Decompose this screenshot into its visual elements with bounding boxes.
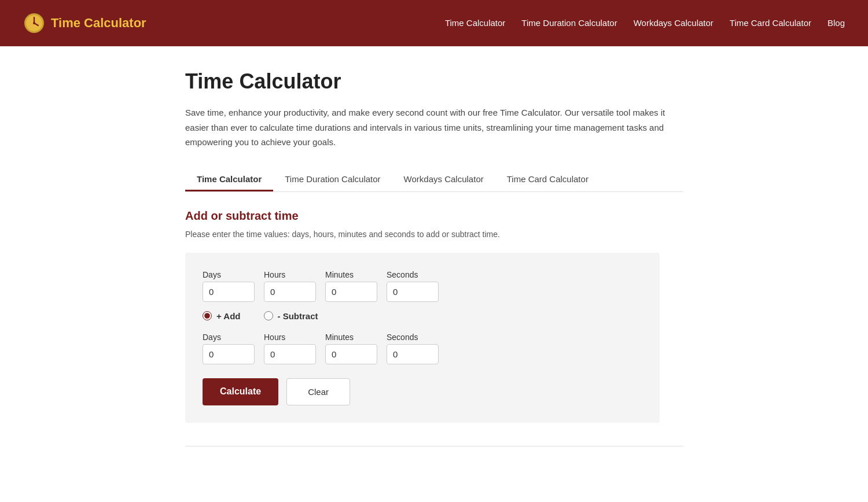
intro-text: Save time, enhance your productivity, an… [185,105,683,150]
tab-time-card-calculator[interactable]: Time Card Calculator [495,168,600,191]
calc-section-title: Add or subtract time [185,209,683,223]
field-minutes-1: Minutes [325,270,377,302]
page-title: Time Calculator [185,69,683,94]
seconds-label-1: Seconds [387,270,439,279]
hours-input-2[interactable] [264,344,316,364]
tab-duration-calculator[interactable]: Time Duration Calculator [273,168,392,191]
nav-link-duration-calculator[interactable]: Time Duration Calculator [521,18,617,28]
nav-links: Time Calculator Time Duration Calculator… [445,18,845,28]
nav-link-time-calculator[interactable]: Time Calculator [445,18,505,28]
operation-radio-row: + Add - Subtract [203,311,642,321]
calc-instruction: Please enter the time values: days, hour… [185,230,683,239]
seconds-label-2: Seconds [387,333,439,342]
calculate-button[interactable]: Calculate [203,378,278,405]
field-hours-2: Hours [264,333,316,364]
hours-label-1: Hours [264,270,316,279]
field-seconds-2: Seconds [387,333,439,364]
minutes-input-2[interactable] [325,344,377,364]
subtract-label: - Subtract [278,311,318,321]
add-label: + Add [216,311,241,321]
input-row-2: Days Hours Minutes Seconds [203,333,642,364]
logo[interactable]: Time Calculator [23,12,146,34]
nav-link-blog[interactable]: Blog [827,18,845,28]
tab-time-calculator[interactable]: Time Calculator [185,168,273,191]
days-input-1[interactable] [203,282,255,302]
hours-input-1[interactable] [264,282,316,302]
nav-link-workdays-calculator[interactable]: Workdays Calculator [634,18,713,28]
navigation: Time Calculator Time Calculator Time Dur… [0,0,868,46]
field-hours-1: Hours [264,270,316,302]
field-minutes-2: Minutes [325,333,377,364]
seconds-input-2[interactable] [387,344,439,364]
add-radio-label[interactable]: + Add [203,311,241,321]
bottom-divider [185,446,683,446]
subtract-radio-label[interactable]: - Subtract [264,311,318,321]
button-row: Calculate Clear [203,378,642,405]
logo-text: Time Calculator [51,16,146,31]
minutes-label-1: Minutes [325,270,377,279]
calculator-box: Days Hours Minutes Seconds + Add [185,253,660,423]
field-seconds-1: Seconds [387,270,439,302]
subtract-radio[interactable] [264,311,273,320]
tab-bar: Time Calculator Time Duration Calculator… [185,168,683,192]
days-label-1: Days [203,270,255,279]
tab-workdays-calculator[interactable]: Workdays Calculator [392,168,495,191]
days-label-2: Days [203,333,255,342]
nav-link-time-card-calculator[interactable]: Time Card Calculator [730,18,811,28]
logo-text-plain: Calculator [80,16,146,30]
clock-icon [23,12,45,34]
seconds-input-1[interactable] [387,282,439,302]
minutes-label-2: Minutes [325,333,377,342]
clear-button[interactable]: Clear [286,378,350,405]
main-content: Time Calculator Save time, enhance your … [174,46,694,481]
field-days-2: Days [203,333,255,364]
logo-text-colored: Time [51,16,80,30]
svg-point-4 [33,22,35,24]
field-days-1: Days [203,270,255,302]
input-row-1: Days Hours Minutes Seconds [203,270,642,302]
add-radio[interactable] [203,311,212,320]
minutes-input-1[interactable] [325,282,377,302]
days-input-2[interactable] [203,344,255,364]
hours-label-2: Hours [264,333,316,342]
